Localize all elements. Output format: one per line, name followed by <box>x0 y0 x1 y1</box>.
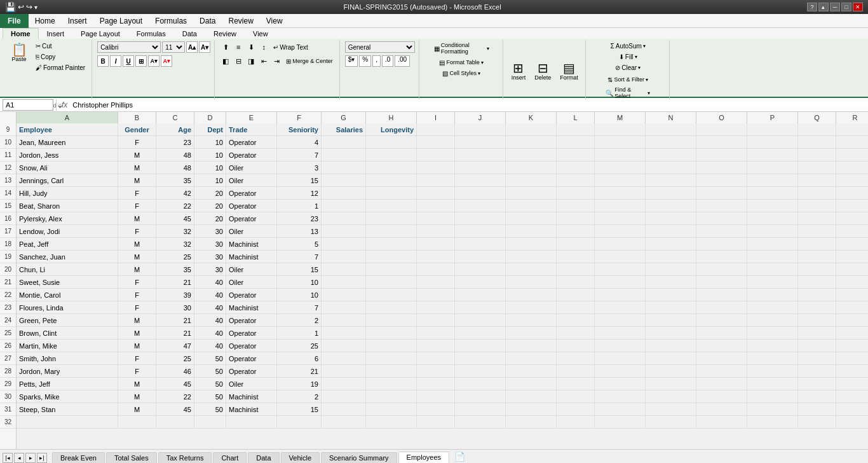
cell-O21[interactable] <box>696 276 747 289</box>
align-left-button[interactable]: ◧ <box>220 55 231 67</box>
col-header-k[interactable]: K <box>506 112 557 123</box>
cell-A27[interactable]: Smith, John <box>17 352 118 365</box>
tab-formulas[interactable]: Formulas <box>128 28 174 39</box>
cell-M31[interactable] <box>595 403 646 416</box>
cell-I27[interactable] <box>417 352 455 365</box>
cell-F25[interactable]: 1 <box>277 327 322 340</box>
cell-P32[interactable] <box>747 416 798 429</box>
cell-N24[interactable] <box>646 314 696 327</box>
cell-K16[interactable] <box>506 212 557 225</box>
cell-D29[interactable]: 50 <box>194 378 226 390</box>
cell-A23[interactable]: Floures, Linda <box>17 301 118 314</box>
cell-F20[interactable]: 15 <box>277 263 322 276</box>
cell-A12[interactable]: Snow, Ali <box>17 162 118 174</box>
cell-B21[interactable]: F <box>118 276 156 289</box>
row-num-32[interactable]: 32 <box>0 416 16 429</box>
cell-G10[interactable] <box>322 136 366 149</box>
cell-K9[interactable] <box>506 123 557 136</box>
cell-J17[interactable] <box>455 225 506 238</box>
cell-R26[interactable] <box>836 340 868 352</box>
cell-Q32[interactable] <box>798 416 836 429</box>
cell-E9[interactable]: Trade <box>226 123 277 136</box>
cell-H11[interactable] <box>366 149 417 162</box>
cell-N20[interactable] <box>646 263 696 276</box>
paste-button[interactable]: 📋 Paste <box>6 41 32 64</box>
cell-D30[interactable]: 50 <box>194 390 226 403</box>
copy-button[interactable]: ⎘ Copy <box>33 52 88 62</box>
cell-A16[interactable]: Pylersky, Alex <box>17 212 118 225</box>
font-size-select[interactable]: 11 <box>162 41 185 53</box>
cell-M12[interactable] <box>595 162 646 174</box>
cell-A22[interactable]: Montie, Carol <box>17 289 118 301</box>
cell-M32[interactable] <box>595 416 646 429</box>
cell-E27[interactable]: Operator <box>226 352 277 365</box>
cell-Q29[interactable] <box>798 378 836 390</box>
decrease-font-button[interactable]: A▾ <box>199 41 210 53</box>
cell-Q10[interactable] <box>798 136 836 149</box>
cell-O14[interactable] <box>696 187 747 200</box>
cell-D21[interactable]: 40 <box>194 276 226 289</box>
font-name-select[interactable]: Calibri <box>97 41 161 53</box>
cell-R27[interactable] <box>836 352 868 365</box>
cell-E11[interactable]: Operator <box>226 149 277 162</box>
bold-button[interactable]: B <box>97 55 109 67</box>
cell-G30[interactable] <box>322 390 366 403</box>
cell-F9[interactable]: Seniority <box>277 123 322 136</box>
cell-L19[interactable] <box>557 251 595 263</box>
cell-D19[interactable]: 30 <box>194 251 226 263</box>
cell-O32[interactable] <box>696 416 747 429</box>
close-btn[interactable]: ✕ <box>853 3 863 11</box>
col-header-f[interactable]: F <box>277 112 322 123</box>
cell-C28[interactable]: 46 <box>156 365 194 378</box>
border-button[interactable]: ⊞ <box>135 55 147 67</box>
cell-O27[interactable] <box>696 352 747 365</box>
cell-N21[interactable] <box>646 276 696 289</box>
cell-Q9[interactable] <box>798 123 836 136</box>
cell-J22[interactable] <box>455 289 506 301</box>
cell-O31[interactable] <box>696 403 747 416</box>
cell-Q15[interactable] <box>798 200 836 212</box>
cell-Q23[interactable] <box>798 301 836 314</box>
cell-F13[interactable]: 15 <box>277 174 322 187</box>
cell-J25[interactable] <box>455 327 506 340</box>
cell-I17[interactable] <box>417 225 455 238</box>
cell-F14[interactable]: 12 <box>277 187 322 200</box>
cell-C18[interactable]: 32 <box>156 238 194 251</box>
cell-C30[interactable]: 22 <box>156 390 194 403</box>
cell-M17[interactable] <box>595 225 646 238</box>
cell-D26[interactable]: 40 <box>194 340 226 352</box>
cell-P31[interactable] <box>747 403 798 416</box>
cell-M20[interactable] <box>595 263 646 276</box>
cell-I9[interactable] <box>417 123 455 136</box>
cell-K32[interactable] <box>506 416 557 429</box>
cell-D32[interactable] <box>194 416 226 429</box>
cell-I21[interactable] <box>417 276 455 289</box>
cell-C24[interactable]: 21 <box>156 314 194 327</box>
cell-C17[interactable]: 32 <box>156 225 194 238</box>
number-format-select[interactable]: General Number Currency Percentage <box>345 41 415 53</box>
cell-G20[interactable] <box>322 263 366 276</box>
cell-N14[interactable] <box>646 187 696 200</box>
cell-N29[interactable] <box>646 378 696 390</box>
cell-F21[interactable]: 10 <box>277 276 322 289</box>
row-num-26[interactable]: 26 <box>0 340 16 352</box>
cell-A14[interactable]: Hill, Judy <box>17 187 118 200</box>
row-num-24[interactable]: 24 <box>0 314 16 327</box>
cell-J16[interactable] <box>455 212 506 225</box>
cell-L31[interactable] <box>557 403 595 416</box>
cell-M15[interactable] <box>595 200 646 212</box>
cell-Q19[interactable] <box>798 251 836 263</box>
cell-I10[interactable] <box>417 136 455 149</box>
cell-B16[interactable]: M <box>118 212 156 225</box>
cell-F19[interactable]: 7 <box>277 251 322 263</box>
format-painter-button[interactable]: 🖌 Format Painter <box>33 63 88 73</box>
cell-G31[interactable] <box>322 403 366 416</box>
cell-R32[interactable] <box>836 416 868 429</box>
sheet-tab-break-even[interactable]: Break Even <box>52 452 105 463</box>
cell-R14[interactable] <box>836 187 868 200</box>
cell-J11[interactable] <box>455 149 506 162</box>
cell-C13[interactable]: 35 <box>156 174 194 187</box>
cell-H31[interactable] <box>366 403 417 416</box>
cell-H15[interactable] <box>366 200 417 212</box>
insert-menu[interactable]: Insert <box>62 14 93 28</box>
